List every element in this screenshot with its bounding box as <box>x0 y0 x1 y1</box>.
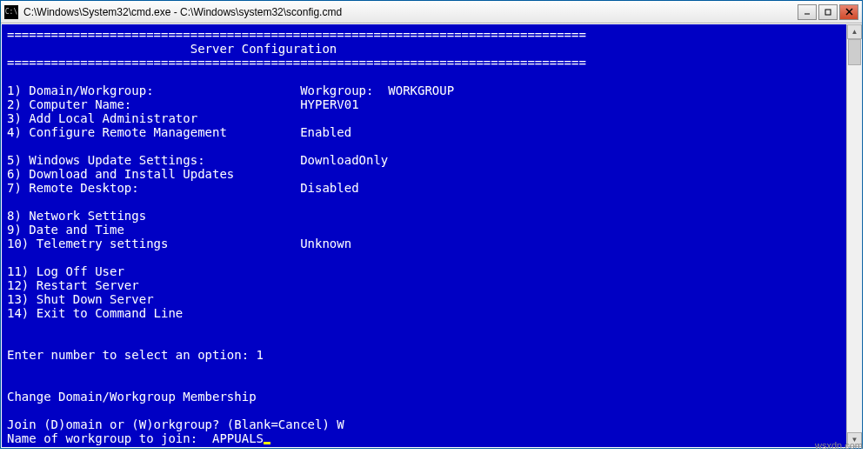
header-rule-bottom: ========================================… <box>7 56 586 70</box>
cursor <box>264 442 270 444</box>
watermark: wsxdn.com <box>815 440 863 451</box>
option-11-label: 11) Log Off User <box>7 264 124 278</box>
cmd-icon: C:\ <box>4 5 18 19</box>
option-2-label: 2) Computer Name: <box>7 97 131 111</box>
titlebar[interactable]: C:\ C:\Windows\System32\cmd.exe - C:\Win… <box>1 1 862 23</box>
header-indent <box>7 42 190 56</box>
option-14-label: 14) Exit to Command Line <box>7 306 183 320</box>
close-button[interactable] <box>839 4 858 20</box>
option-10-value: Unknown <box>300 237 351 250</box>
option-9-label: 9) Date and Time <box>7 223 124 237</box>
option-1-value: Workgroup: WORKGROUP <box>300 83 454 97</box>
join-input: W <box>337 417 344 431</box>
window-title: C:\Windows\System32\cmd.exe - C:\Windows… <box>23 6 798 18</box>
minimize-button[interactable] <box>798 4 817 20</box>
cmd-window: C:\ C:\Windows\System32\cmd.exe - C:\Win… <box>0 0 863 449</box>
option-8-label: 8) Network Settings <box>7 209 146 223</box>
window-controls <box>798 4 858 20</box>
workgroup-input: APPUALS <box>212 431 264 445</box>
workgroup-prompt: Name of workgroup to join: <box>7 431 212 445</box>
header-rule-top: ========================================… <box>7 28 586 42</box>
select-prompt: Enter number to select an option: <box>7 348 257 362</box>
option-5-value: DownloadOnly <box>300 153 388 167</box>
scroll-up-button[interactable]: ▲ <box>847 24 862 39</box>
console-output[interactable]: ========================================… <box>2 24 846 447</box>
vertical-scrollbar[interactable]: ▲ ▼ <box>846 24 861 447</box>
svg-rect-1 <box>825 10 831 15</box>
maximize-button[interactable] <box>818 4 838 20</box>
join-prompt: Join (D)omain or (W)orkgroup? (Blank=Can… <box>7 417 337 431</box>
close-icon <box>845 8 853 16</box>
header-title: Server Configuration <box>190 42 337 56</box>
option-4-value: Enabled <box>300 125 351 139</box>
option-10-label: 10) Telemetry settings <box>7 237 168 250</box>
minimize-icon <box>804 9 811 16</box>
option-4-label: 4) Configure Remote Management <box>7 125 227 139</box>
option-1-label: 1) Domain/Workgroup: <box>7 83 154 97</box>
option-7-label: 7) Remote Desktop: <box>7 181 139 195</box>
maximize-icon <box>825 9 831 16</box>
option-6-label: 6) Download and Install Updates <box>7 167 234 181</box>
option-5-label: 5) Windows Update Settings: <box>7 153 205 167</box>
option-2-value: HYPERV01 <box>300 97 358 111</box>
option-12-label: 12) Restart Server <box>7 278 139 292</box>
option-3-label: 3) Add Local Administrator <box>7 111 197 125</box>
option-13-label: 13) Shut Down Server <box>7 292 154 306</box>
option-7-value: Disabled <box>300 181 358 195</box>
select-input: 1 <box>257 348 264 362</box>
scroll-thumb[interactable] <box>848 39 861 65</box>
console-area: ========================================… <box>2 24 861 447</box>
change-header: Change Domain/Workgroup Membership <box>7 390 257 404</box>
